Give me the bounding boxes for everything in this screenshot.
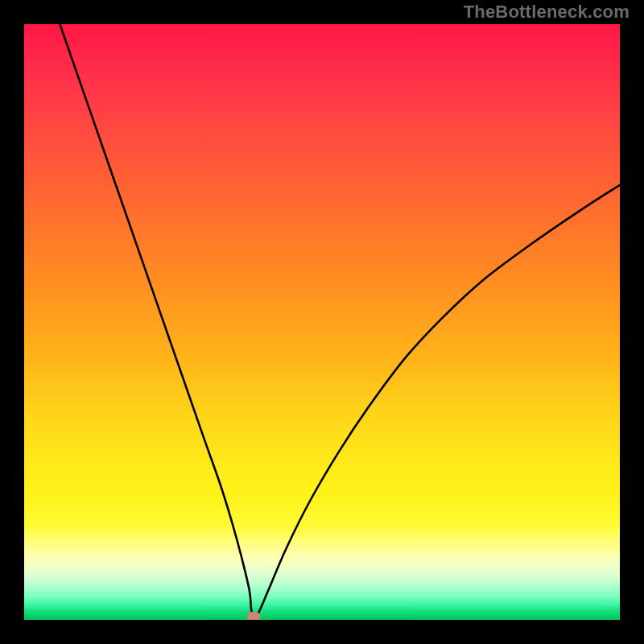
bottleneck-curve [60, 24, 620, 618]
chart-container: TheBottleneck.com [0, 0, 644, 644]
minimum-marker [247, 612, 260, 620]
curve-svg [24, 24, 620, 620]
watermark-label: TheBottleneck.com [464, 2, 630, 23]
plot-area [24, 24, 620, 620]
